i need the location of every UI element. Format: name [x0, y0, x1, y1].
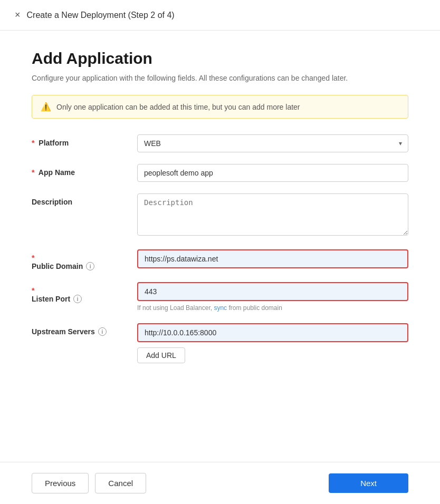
required-star: * [32, 139, 34, 147]
public-domain-label: * Public Domain i [32, 249, 137, 270]
required-star: * [32, 168, 34, 177]
listen-port-input[interactable] [137, 282, 408, 301]
upstream-servers-input[interactable] [137, 323, 408, 342]
public-domain-info-icon[interactable]: i [86, 262, 94, 270]
app-name-control [137, 164, 408, 182]
page-subtitle: Configure your application with the foll… [32, 74, 408, 82]
listen-port-control: If not using Load Balancer, sync from pu… [137, 282, 408, 312]
notice-text: Only one application can be added at thi… [56, 103, 300, 111]
upstream-servers-control: Add URL [137, 323, 408, 363]
listen-port-hint: If not using Load Balancer, sync from pu… [137, 304, 408, 312]
header-title: Create a New Deployment (Step 2 of 4) [27, 11, 175, 20]
public-domain-label-text: Public Domain i [32, 262, 137, 270]
add-url-button[interactable]: Add URL [137, 347, 185, 363]
platform-control: WEB MOBILE API ▾ [137, 134, 408, 152]
description-input[interactable] [137, 193, 408, 236]
previous-button[interactable]: Previous [32, 473, 89, 493]
public-domain-row: * Public Domain i [32, 249, 408, 270]
public-domain-input[interactable] [137, 249, 408, 268]
listen-port-label-text: Listen Port i [32, 295, 137, 303]
modal-header: × Create a New Deployment (Step 2 of 4) [0, 0, 440, 31]
description-label: Description [32, 193, 137, 206]
upstream-servers-label: Upstream Servers i [32, 323, 137, 336]
close-icon[interactable]: × [15, 9, 21, 21]
app-name-label: * App Name [32, 164, 137, 177]
form-content: Add Application Configure your applicati… [0, 31, 440, 394]
public-domain-control [137, 249, 408, 268]
sync-link[interactable]: sync [214, 304, 227, 312]
description-row: Description [32, 193, 408, 238]
platform-select-wrapper: WEB MOBILE API ▾ [137, 134, 408, 152]
notice-icon: ⚠️ [41, 102, 51, 112]
listen-port-row: * Listen Port i If not using Load Balanc… [32, 282, 408, 312]
next-button[interactable]: Next [329, 473, 408, 493]
required-star: * [32, 286, 34, 295]
description-control [137, 193, 408, 238]
upstream-servers-row: Upstream Servers i Add URL [32, 323, 408, 363]
upstream-servers-label-text: Upstream Servers i [32, 327, 137, 336]
platform-select[interactable]: WEB MOBILE API [137, 134, 408, 152]
app-name-input[interactable] [137, 164, 408, 182]
required-star: * [32, 254, 34, 262]
upstream-servers-info-icon[interactable]: i [98, 327, 107, 336]
page-title: Add Application [32, 50, 408, 67]
app-name-row: * App Name [32, 164, 408, 182]
footer: Previous Cancel Next [0, 462, 440, 504]
notice-box: ⚠️ Only one application can be added at … [32, 95, 408, 119]
platform-row: * Platform WEB MOBILE API ▾ [32, 134, 408, 152]
listen-port-label: * Listen Port i [32, 282, 137, 303]
listen-port-info-icon[interactable]: i [73, 295, 82, 303]
cancel-button[interactable]: Cancel [95, 473, 146, 493]
platform-label: * Platform [32, 134, 137, 147]
